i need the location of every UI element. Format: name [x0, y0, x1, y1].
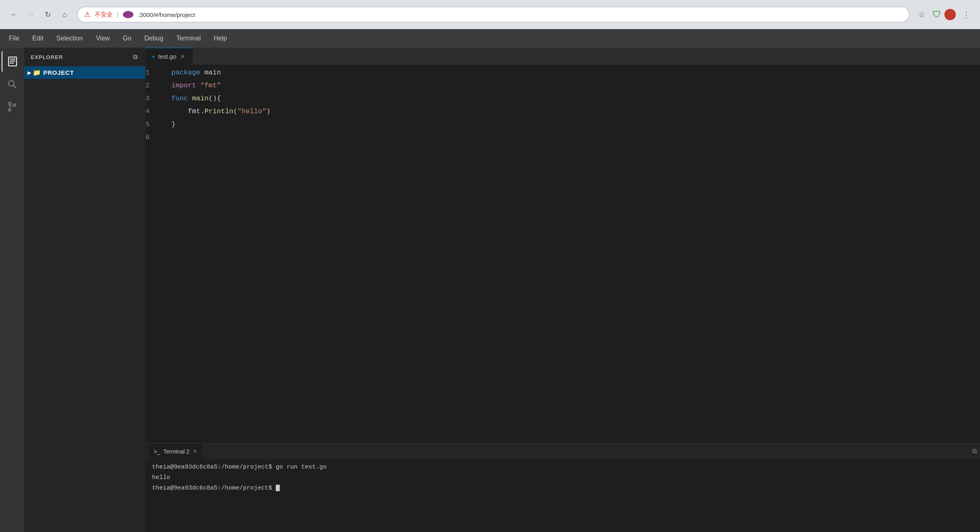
- back-button[interactable]: ←: [6, 7, 21, 22]
- shield-icon: 🛡: [932, 9, 941, 20]
- terminal-content[interactable]: theia@9ea93dc6c8a5:/home/project$ go run…: [146, 459, 980, 532]
- svg-line-6: [13, 85, 16, 88]
- url-separator: |: [117, 11, 118, 18]
- security-warning-icon: ⚠: [84, 10, 91, 19]
- menu-go[interactable]: Go: [117, 32, 137, 44]
- line-number-2: 2: [146, 79, 162, 92]
- svg-rect-2: [10, 59, 15, 59]
- menu-button[interactable]: ⋮: [959, 7, 974, 22]
- home-button[interactable]: ⌂: [57, 7, 72, 22]
- code-line-3: func main(){: [171, 92, 980, 105]
- line-number-4: 4: [146, 105, 162, 118]
- terminal-actions: ⧉: [972, 448, 977, 455]
- line-number-3: 3: [146, 92, 162, 105]
- code-line-1: package main: [171, 66, 980, 79]
- sidebar-title: EXPLORER: [31, 54, 63, 60]
- code-editor[interactable]: 1 2 3 4 5 6 package main import "fmt" fu…: [146, 65, 980, 443]
- activity-search[interactable]: [2, 74, 23, 95]
- file-modified-dot: ●: [152, 54, 155, 59]
- menu-bar: File Edit Selection View Go Debug Termin…: [0, 29, 980, 48]
- sidebar-header-actions: ⧉: [131, 53, 139, 61]
- menu-view[interactable]: View: [90, 32, 115, 44]
- line-number-6: 6: [146, 131, 162, 144]
- project-name: PROJECT: [43, 69, 74, 76]
- svg-rect-4: [10, 63, 14, 63]
- browser-actions: ☆ 🛡 ⋮: [915, 7, 974, 22]
- menu-debug[interactable]: Debug: [139, 32, 169, 44]
- tab-close-button[interactable]: ✕: [180, 53, 186, 60]
- terminal-line-2: hello: [152, 473, 974, 483]
- line-numbers: 1 2 3 4 5 6: [146, 65, 170, 443]
- line-number-1: 1: [146, 66, 162, 79]
- bookmark-button[interactable]: ☆: [915, 7, 929, 22]
- svg-rect-3: [10, 61, 15, 61]
- insecure-label: 不安全: [95, 11, 113, 19]
- tab-bar: ● test.go ✕: [146, 48, 980, 65]
- code-line-6: [171, 131, 980, 144]
- editor-tab-test-go[interactable]: ● test.go ✕: [146, 48, 193, 65]
- svg-point-0: [123, 11, 133, 18]
- reload-button[interactable]: ↻: [40, 7, 55, 22]
- line-number-5: 5: [146, 118, 162, 131]
- sidebar-header: EXPLORER ⧉: [24, 48, 146, 66]
- activity-explorer[interactable]: [2, 51, 23, 72]
- address-bar[interactable]: ⚠ 不安全 | :3000/#/home/project: [77, 6, 910, 23]
- sidebar: EXPLORER ⧉ ▶ 📁 PROJECT: [24, 48, 146, 532]
- nav-buttons: ← → ↻ ⌂: [6, 7, 72, 22]
- new-file-button[interactable]: ⧉: [131, 53, 139, 61]
- code-line-5: }: [171, 118, 980, 131]
- terminal-tab-2[interactable]: >_ Terminal 2 ✕: [149, 443, 202, 459]
- code-line-2: import "fmt": [171, 79, 980, 92]
- menu-selection[interactable]: Selection: [51, 32, 89, 44]
- activity-bar: [0, 48, 24, 532]
- terminal-line-1: theia@9ea93dc6c8a5:/home/project$ go run…: [152, 462, 974, 473]
- code-line-4: fmt.Println("hello"): [171, 105, 980, 118]
- menu-terminal[interactable]: Terminal: [171, 32, 206, 44]
- project-item[interactable]: ▶ 📁 PROJECT: [24, 66, 146, 79]
- terminal-tab-label: Terminal 2: [163, 448, 190, 455]
- editor-area: ● test.go ✕ 1 2 3 4 5 6 package main imp…: [146, 48, 980, 532]
- terminal-tab-bar: >_ Terminal 2 ✕ ⧉: [146, 443, 980, 459]
- menu-file[interactable]: File: [3, 32, 25, 44]
- url-text: :3000/#/home/project: [138, 11, 195, 18]
- menu-edit[interactable]: Edit: [27, 32, 49, 44]
- svg-point-7: [8, 102, 11, 105]
- activity-source-control[interactable]: [2, 96, 23, 117]
- tab-filename: test.go: [158, 53, 176, 60]
- app-body: EXPLORER ⧉ ▶ 📁 PROJECT ● test.go ✕ 1 2: [0, 48, 980, 532]
- browser-logo-icon: [122, 11, 134, 19]
- svg-point-8: [13, 104, 16, 106]
- terminal-close-button[interactable]: ✕: [193, 448, 197, 454]
- svg-point-9: [8, 109, 11, 111]
- chevron-right-icon: ▶: [27, 70, 31, 76]
- terminal-line-3: theia@9ea93dc6c8a5:/home/project$: [152, 483, 974, 494]
- code-content: package main import "fmt" func main(){ f…: [170, 65, 980, 443]
- terminal-panel: >_ Terminal 2 ✕ ⧉ theia@9ea93dc6c8a5:/ho…: [146, 443, 980, 532]
- browser-chrome: ← → ↻ ⌂ ⚠ 不安全 | :3000/#/home/project ☆ 🛡…: [0, 0, 980, 29]
- folder-icon: 📁: [33, 69, 41, 76]
- profile-avatar[interactable]: [944, 9, 956, 20]
- terminal-icon: >_: [154, 448, 160, 455]
- svg-point-5: [8, 80, 14, 86]
- terminal-cursor: [276, 485, 280, 491]
- forward-button[interactable]: →: [23, 7, 38, 22]
- terminal-maximize-button[interactable]: ⧉: [972, 448, 977, 455]
- menu-help[interactable]: Help: [208, 32, 233, 44]
